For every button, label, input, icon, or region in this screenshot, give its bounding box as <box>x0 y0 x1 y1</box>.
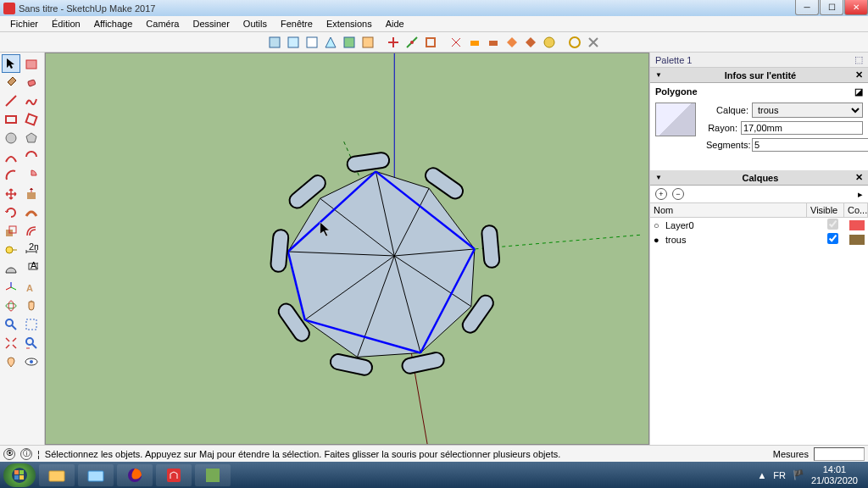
layer-row-0[interactable]: ○ Layer0 <box>650 218 868 232</box>
taskbar-sketchup[interactable] <box>156 464 192 486</box>
close-layers-icon[interactable]: ✕ <box>855 172 863 183</box>
tray-time[interactable]: 14:01 <box>811 464 858 474</box>
entity-menu-icon[interactable]: ◪ <box>854 86 863 97</box>
3d-viewport[interactable] <box>45 53 649 445</box>
axes-tool[interactable] <box>2 278 20 297</box>
layers-header[interactable]: Calques ✕ <box>650 170 868 186</box>
ext-icon-7[interactable] <box>504 34 520 51</box>
layer-visible-checkbox[interactable] <box>827 219 838 230</box>
layer-color-swatch[interactable] <box>849 235 865 245</box>
style-icon-5[interactable] <box>341 34 358 51</box>
tray-flag-icon[interactable]: 🏴 <box>793 469 804 480</box>
arc-tool[interactable] <box>2 147 20 166</box>
ext-icon-8[interactable] <box>522 34 539 51</box>
palette-header[interactable]: Palette 1 ⬚ <box>650 53 868 68</box>
rotate-tool[interactable] <box>2 203 20 222</box>
pin-icon[interactable]: ⬚ <box>854 54 863 65</box>
taskbar-app[interactable] <box>195 464 231 486</box>
menu-dessiner[interactable]: Dessiner <box>186 17 236 30</box>
offset-tool[interactable] <box>22 222 41 241</box>
credits-icon[interactable]: ⓘ <box>20 448 32 460</box>
taskbar-explorer[interactable] <box>39 464 75 486</box>
menu-edition[interactable]: Édition <box>45 17 87 30</box>
tray-chevron-icon[interactable]: ▲ <box>757 470 766 480</box>
followme-tool[interactable] <box>22 203 41 222</box>
select-tool[interactable] <box>2 54 20 73</box>
zoom-window-tool[interactable] <box>22 315 41 334</box>
circle-tool[interactable] <box>2 129 20 147</box>
entity-info-header[interactable]: Infos sur l'entité ✕ <box>650 68 868 83</box>
ext-icon-11[interactable] <box>585 34 602 51</box>
layer-row-1[interactable]: ● trous <box>650 232 868 247</box>
remove-layer-button[interactable]: − <box>672 188 684 200</box>
menu-fichier[interactable]: Fichier <box>3 17 45 30</box>
previous-view-tool[interactable] <box>22 334 41 352</box>
pan-tool[interactable] <box>22 297 41 315</box>
menu-extensions[interactable]: Extensions <box>320 17 379 30</box>
pushpull-tool[interactable] <box>22 185 41 203</box>
3dtext-tool[interactable]: A <box>22 278 41 297</box>
rotated-rect-tool[interactable] <box>22 110 41 129</box>
line-tool[interactable] <box>2 92 20 110</box>
zoom-tool[interactable] <box>2 315 20 334</box>
ext-icon-5[interactable] <box>466 34 483 51</box>
rectangle-tool[interactable] <box>2 110 20 129</box>
ext-icon-2[interactable] <box>403 34 420 51</box>
dimension-tool[interactable]: 2m <box>22 241 41 259</box>
tray-lang[interactable]: FR <box>773 470 786 480</box>
style-icon-3[interactable] <box>303 34 320 51</box>
layer-radio[interactable]: ○ <box>654 220 664 230</box>
ext-icon-9[interactable] <box>541 34 558 51</box>
menu-fenetre[interactable]: Fenêtre <box>274 17 320 30</box>
arc2-tool[interactable] <box>22 147 41 166</box>
ext-icon-1[interactable] <box>385 34 402 51</box>
zoom-extents-tool[interactable] <box>2 334 20 352</box>
freehand-tool[interactable] <box>22 92 41 110</box>
ext-icon-10[interactable] <box>566 34 583 51</box>
menu-camera[interactable]: Caméra <box>139 17 186 30</box>
tray-date[interactable]: 21/03/2020 <box>811 475 858 485</box>
maximize-button[interactable]: ☐ <box>820 0 843 15</box>
layer-radio[interactable]: ● <box>654 235 664 245</box>
style-icon[interactable] <box>266 34 283 51</box>
eraser-tool[interactable] <box>22 73 41 92</box>
style-icon-2[interactable] <box>285 34 302 51</box>
menu-affichage[interactable]: Affichage <box>87 17 140 30</box>
style-icon-4[interactable] <box>322 34 339 51</box>
layer-select[interactable]: trous <box>752 103 863 118</box>
pie-tool[interactable] <box>22 166 41 185</box>
layer-visible-checkbox[interactable] <box>827 233 838 244</box>
paint-bucket-tool[interactable] <box>2 73 20 92</box>
minimize-button[interactable]: ─ <box>795 0 819 15</box>
entity-type: Polygone <box>655 86 698 97</box>
segments-input[interactable] <box>752 138 868 152</box>
text-tool[interactable]: A1 <box>22 259 41 278</box>
protractor-tool[interactable] <box>2 259 20 278</box>
polygon-tool[interactable] <box>22 129 41 147</box>
measures-input[interactable] <box>814 447 865 461</box>
orbit-tool[interactable] <box>2 297 20 315</box>
tape-tool[interactable] <box>2 241 20 259</box>
position-camera-tool[interactable] <box>2 352 20 371</box>
radius-input[interactable] <box>741 121 863 135</box>
start-button[interactable] <box>3 463 36 487</box>
ext-icon-3[interactable] <box>422 34 439 51</box>
style-icon-6[interactable] <box>359 34 376 51</box>
geo-icon[interactable]: ⦿ <box>3 448 15 460</box>
move-tool[interactable] <box>2 185 20 203</box>
menu-aide[interactable]: Aide <box>379 17 411 30</box>
arc3-tool[interactable] <box>2 166 20 185</box>
scale-tool[interactable] <box>2 222 20 241</box>
taskbar-firefox[interactable] <box>117 464 153 486</box>
layers-menu-icon[interactable]: ▸ <box>858 189 863 200</box>
add-layer-button[interactable]: + <box>655 188 667 200</box>
menu-outils[interactable]: Outils <box>236 17 274 30</box>
look-around-tool[interactable] <box>22 352 41 371</box>
close-entity-icon[interactable]: ✕ <box>855 69 863 80</box>
taskbar-files[interactable] <box>78 464 114 486</box>
ext-icon-4[interactable] <box>448 34 465 51</box>
close-button[interactable]: ✕ <box>844 0 868 15</box>
layer-color-swatch[interactable] <box>849 220 865 230</box>
ext-icon-6[interactable] <box>485 34 502 51</box>
make-component-tool[interactable] <box>22 54 41 73</box>
